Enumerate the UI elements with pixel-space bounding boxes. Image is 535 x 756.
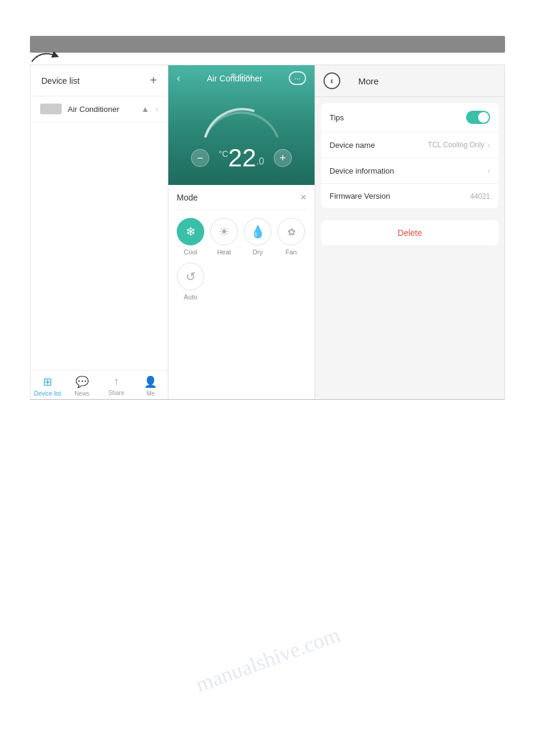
device-list-header: Device list + bbox=[31, 65, 168, 96]
mode-icons-row: ❄ Cool ☀ Heat 💧 Dry ✿ bbox=[177, 210, 306, 260]
news-nav-icon: 💬 bbox=[75, 375, 89, 388]
device-info-label: Device information bbox=[330, 166, 487, 175]
device-icon bbox=[40, 104, 62, 114]
auto-icon: ↺ bbox=[177, 263, 204, 290]
device-info-setting-row[interactable]: Device information › bbox=[321, 158, 498, 184]
firmware-label: Firmware Version bbox=[330, 192, 470, 201]
firmware-value: 44021 bbox=[470, 192, 490, 201]
temp-decimal: .0 bbox=[256, 156, 264, 167]
cool-icon: ❄ bbox=[177, 218, 204, 245]
device-name-label: Device name bbox=[330, 141, 428, 150]
more-title: More bbox=[358, 76, 379, 86]
mode-auto[interactable]: ↺ Auto bbox=[177, 263, 204, 300]
panel-ac-control: ‹ Air Conditioner ··· ❄ Cool bbox=[168, 65, 315, 399]
panel-more: ‹ More Tips bbox=[315, 65, 504, 399]
mode-header: Mode × bbox=[177, 185, 306, 210]
tips-toggle[interactable] bbox=[466, 111, 490, 124]
heat-icon: ☀ bbox=[210, 218, 238, 245]
nav-device-list[interactable]: ⊞ Device list bbox=[31, 375, 65, 397]
mode-close-button[interactable]: × bbox=[301, 192, 306, 203]
nav-news-label: News bbox=[74, 390, 89, 397]
device-name: Air Conditioner bbox=[68, 105, 135, 114]
tips-setting-row: Tips bbox=[321, 103, 498, 132]
firmware-setting-row: Firmware Version 44021 bbox=[321, 184, 498, 208]
nav-device-list-label: Device list bbox=[34, 390, 62, 397]
mode-panel: Mode × ❄ Cool ☀ Heat 💧 bbox=[168, 185, 315, 399]
mode-cool[interactable]: ❄ Cool bbox=[177, 218, 204, 256]
auto-label-text: Auto bbox=[184, 293, 198, 300]
ac-more-button[interactable]: ··· bbox=[289, 71, 306, 85]
device-chevron-icon: › bbox=[155, 104, 158, 114]
top-bar bbox=[30, 36, 505, 53]
nav-share-label: Share bbox=[108, 390, 125, 396]
temperature-increase-button[interactable]: + bbox=[274, 149, 292, 167]
settings-card: Tips Device name TCL Cooling Only › Devi… bbox=[321, 103, 498, 208]
cool-label-text: Cool bbox=[184, 248, 198, 256]
mode-fan[interactable]: ✿ Fan bbox=[277, 218, 305, 256]
panels-wrapper: Device list + Air Conditioner ▲ › ⊞ Devi… bbox=[30, 65, 505, 400]
mode-icons-row2: ↺ Auto bbox=[177, 260, 306, 303]
add-device-button[interactable]: + bbox=[150, 74, 157, 87]
device-name-value: TCL Cooling Only bbox=[428, 141, 484, 149]
bottom-nav: ⊞ Device list 💬 News ↑ Share 👤 Me bbox=[31, 370, 168, 399]
panel-device-list: Device list + Air Conditioner ▲ › ⊞ Devi… bbox=[31, 65, 168, 399]
fan-icon: ✿ bbox=[277, 218, 305, 245]
wifi-icon: ▲ bbox=[141, 104, 149, 114]
device-name-setting-row[interactable]: Device name TCL Cooling Only › bbox=[321, 132, 498, 158]
heat-label-text: Heat bbox=[217, 248, 231, 256]
temperature-decrease-button[interactable]: − bbox=[191, 149, 209, 167]
tips-label: Tips bbox=[330, 113, 466, 122]
device-list-item[interactable]: Air Conditioner ▲ › bbox=[31, 96, 168, 122]
device-list-nav-icon: ⊞ bbox=[43, 375, 52, 388]
fan-label-text: Fan bbox=[286, 248, 297, 256]
temp-unit: °C bbox=[219, 149, 228, 159]
delete-button-container: Delete bbox=[321, 220, 498, 245]
more-back-button[interactable]: ‹ bbox=[324, 72, 340, 89]
ac-display: ‹ Air Conditioner ··· ❄ Cool bbox=[168, 65, 315, 185]
nav-news[interactable]: 💬 News bbox=[65, 375, 99, 397]
ac-temp-display: − °C 22 .0 + bbox=[191, 145, 292, 171]
mode-title: Mode bbox=[177, 193, 198, 202]
delete-button[interactable]: Delete bbox=[321, 220, 498, 245]
more-header: ‹ More bbox=[315, 65, 504, 97]
mode-heat[interactable]: ☀ Heat bbox=[210, 218, 238, 256]
dry-label-text: Dry bbox=[252, 248, 262, 256]
arrow-annotation bbox=[29, 47, 59, 65]
ac-back-button[interactable]: ‹ bbox=[177, 72, 180, 84]
share-nav-icon: ↑ bbox=[114, 375, 119, 388]
dry-icon: 💧 bbox=[244, 218, 271, 245]
nav-me[interactable]: 👤 Me bbox=[134, 375, 168, 397]
temperature-arc bbox=[200, 104, 283, 139]
watermark: manualshive.com bbox=[192, 622, 343, 697]
temperature-value: 22 bbox=[228, 145, 256, 171]
mode-dry[interactable]: 💧 Dry bbox=[244, 218, 271, 256]
me-nav-icon: 👤 bbox=[144, 375, 157, 388]
nav-share[interactable]: ↑ Share bbox=[99, 375, 134, 397]
device-list-title: Device list bbox=[41, 76, 80, 86]
device-info-chevron-icon: › bbox=[487, 166, 490, 175]
device-name-chevron-icon: › bbox=[487, 140, 490, 150]
cool-label: ❄ Cool bbox=[230, 71, 253, 80]
nav-me-label: Me bbox=[146, 390, 155, 397]
